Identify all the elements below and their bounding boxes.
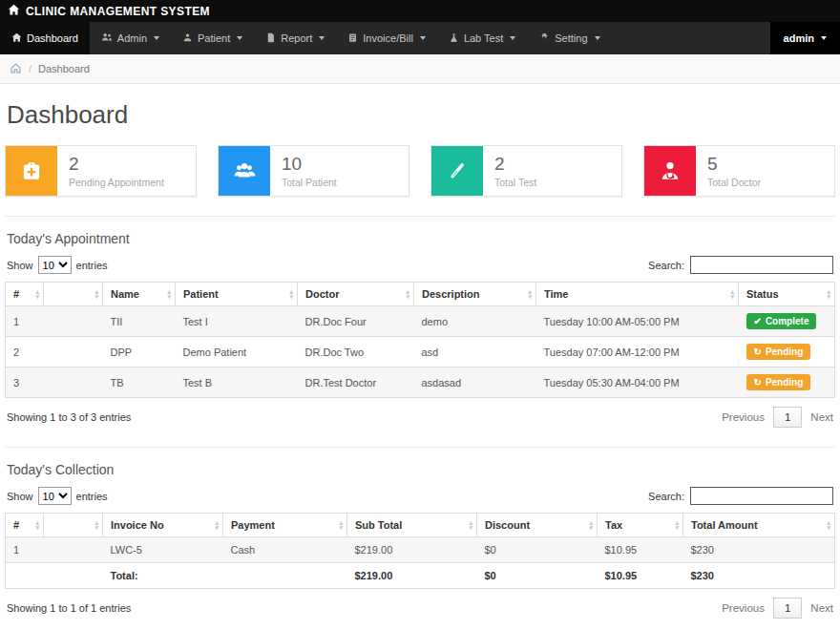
column-header-payment[interactable]: Payment bbox=[223, 514, 347, 537]
breadcrumb-current: Dashboard bbox=[38, 63, 90, 74]
table-total-row: Total: $219.00 $0 $10.95 $230 bbox=[6, 563, 835, 589]
sort-icon bbox=[339, 520, 343, 530]
nav-dashboard[interactable]: Dashboard bbox=[0, 22, 90, 54]
user-menu[interactable]: admin bbox=[770, 22, 840, 54]
column-header-num[interactable]: # bbox=[6, 283, 44, 306]
table-row: 1 TII Test I DR.Doc Four demo Tuesday 10… bbox=[6, 306, 835, 337]
chevron-down-icon bbox=[237, 36, 242, 40]
nav-spacer bbox=[612, 22, 770, 54]
collection-table-footer: Showing 1 to 1 of 1 entries Previous 1 N… bbox=[7, 598, 833, 619]
nav-setting[interactable]: Setting bbox=[527, 22, 611, 54]
column-header-status[interactable]: Status bbox=[739, 283, 835, 306]
column-header-name[interactable]: Name bbox=[103, 283, 176, 306]
appointments-table: # Name Patient Doctor Description Time S… bbox=[5, 282, 835, 398]
stat-card-total-patient: 10 Total Patient bbox=[218, 145, 410, 197]
table-cell: DPP bbox=[103, 337, 176, 368]
sort-icon bbox=[730, 289, 734, 299]
table-cell: Tuesday 07:00 AM-12:00 PM bbox=[536, 337, 739, 368]
sort-icon bbox=[589, 520, 593, 530]
column-header-sub-total[interactable]: Sub Total bbox=[347, 514, 477, 537]
refresh-icon: ↻ bbox=[754, 378, 762, 388]
table-row: 2 DPP Demo Patient DR.Doc Two asd Tuesda… bbox=[6, 337, 835, 368]
next-button[interactable]: Next bbox=[810, 411, 833, 423]
nav-invoice-bill[interactable]: Invoice/Bill bbox=[336, 22, 437, 54]
table-cell: Tuesday 05:30 AM-04:00 PM bbox=[536, 368, 739, 398]
user-menu-label: admin bbox=[784, 32, 814, 44]
nav-label: Admin bbox=[117, 32, 147, 44]
show-label: Show bbox=[7, 260, 33, 271]
next-button[interactable]: Next bbox=[810, 602, 833, 614]
collection-section-title: Today's Collection bbox=[7, 462, 833, 477]
sort-icon bbox=[167, 289, 171, 299]
table-header-row: # Invoice No Payment Sub Total Discount … bbox=[6, 514, 835, 537]
section-divider bbox=[5, 216, 835, 217]
sort-icon bbox=[827, 289, 830, 299]
users-icon bbox=[101, 32, 113, 45]
stat-value: 2 bbox=[494, 154, 536, 175]
nav-admin[interactable]: Admin bbox=[90, 22, 171, 54]
doctor-icon bbox=[644, 146, 696, 196]
home-icon bbox=[8, 4, 20, 19]
appointment-kit-icon bbox=[6, 146, 57, 196]
page-size-control: Show 10 entries bbox=[7, 487, 108, 505]
table-info: Showing 1 to 3 of 3 entries bbox=[7, 411, 131, 423]
page-number-button[interactable]: 1 bbox=[773, 407, 802, 428]
nav-lab-test[interactable]: Lab Test bbox=[437, 22, 527, 54]
sort-icon bbox=[289, 289, 293, 299]
sort-icon bbox=[94, 289, 98, 299]
settings-icon bbox=[538, 32, 550, 45]
page-size-select[interactable]: 10 bbox=[38, 256, 72, 274]
column-header-tax[interactable]: Tax bbox=[598, 514, 683, 537]
table-cell: Test B bbox=[176, 368, 298, 398]
column-header-blank[interactable] bbox=[44, 514, 103, 537]
table-cell: Tuesday 10:00 AM-05:00 PM bbox=[536, 306, 739, 337]
table-cell bbox=[223, 563, 347, 589]
column-header-doctor[interactable]: Doctor bbox=[298, 283, 414, 306]
table-cell: DR.Doc Four bbox=[298, 306, 414, 337]
column-header-discount[interactable]: Discount bbox=[477, 514, 598, 537]
status-badge: ✔Complete bbox=[746, 313, 817, 329]
nav-label: Report bbox=[281, 32, 312, 44]
column-header-patient[interactable]: Patient bbox=[176, 283, 298, 306]
sort-icon bbox=[528, 289, 532, 299]
column-header-time[interactable]: Time bbox=[536, 283, 739, 306]
table-cell: 3 bbox=[6, 368, 44, 398]
stat-card-total-doctor: 5 Total Doctor bbox=[643, 145, 835, 197]
table-cell: TII bbox=[103, 306, 176, 337]
home-icon bbox=[11, 32, 22, 45]
stat-label: Total Patient bbox=[282, 177, 337, 188]
column-header-num[interactable]: # bbox=[6, 514, 44, 537]
search-input[interactable] bbox=[690, 487, 833, 505]
check-icon: ✔ bbox=[754, 317, 762, 326]
previous-button[interactable]: Previous bbox=[722, 411, 765, 423]
sort-icon bbox=[35, 289, 39, 299]
page-size-select[interactable]: 10 bbox=[38, 487, 72, 505]
column-header-blank[interactable] bbox=[44, 283, 103, 306]
total-tax: $10.95 bbox=[598, 563, 683, 589]
collection-table-controls: Show 10 entries Search: bbox=[7, 487, 833, 505]
nav-report[interactable]: Report bbox=[254, 22, 336, 54]
column-header-total-amount[interactable]: Total Amount bbox=[683, 514, 835, 537]
patient-icon bbox=[182, 32, 193, 45]
nav-patient[interactable]: Patient bbox=[171, 22, 254, 54]
stat-value: 2 bbox=[69, 154, 164, 175]
sort-icon bbox=[469, 520, 472, 530]
table-cell: Cash bbox=[223, 537, 347, 563]
chevron-down-icon bbox=[510, 36, 515, 40]
table-cell: 2 bbox=[6, 337, 44, 368]
page-number-button[interactable]: 1 bbox=[773, 598, 802, 619]
page-title: Dashboard bbox=[5, 100, 835, 130]
home-icon[interactable] bbox=[10, 62, 22, 76]
previous-button[interactable]: Previous bbox=[722, 602, 765, 614]
nav-label: Setting bbox=[555, 32, 587, 44]
table-cell bbox=[44, 306, 103, 337]
table-cell: $10.95 bbox=[598, 537, 683, 563]
test-tube-icon bbox=[431, 146, 483, 196]
table-cell: asd bbox=[414, 337, 536, 368]
chevron-down-icon bbox=[420, 36, 426, 40]
table-cell bbox=[44, 368, 103, 398]
column-header-description[interactable]: Description bbox=[414, 283, 536, 306]
appointments-table-controls: Show 10 entries Search: bbox=[7, 256, 833, 274]
search-input[interactable] bbox=[690, 256, 833, 274]
column-header-invoice-no[interactable]: Invoice No bbox=[103, 514, 223, 537]
